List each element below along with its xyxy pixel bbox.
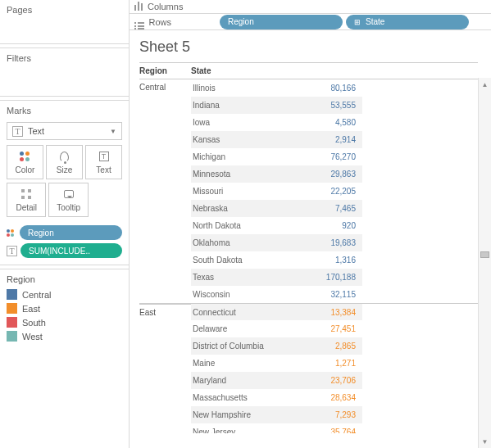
state-cell: South Dakota bbox=[191, 251, 311, 269]
region-pill-row[interactable]: Region bbox=[7, 225, 122, 240]
marks-title: Marks bbox=[3, 106, 125, 115]
vertical-scrollbar[interactable]: ▲ ▼ bbox=[478, 78, 491, 448]
region-cell bbox=[139, 406, 191, 423]
value-cell: 28,634 bbox=[311, 389, 362, 406]
region-cell bbox=[139, 97, 191, 114]
color-mark-button[interactable]: Color bbox=[7, 145, 43, 179]
region-cell: Central bbox=[139, 79, 191, 97]
value-cell: 2,914 bbox=[311, 131, 362, 148]
table-row[interactable]: Maryland23,706 bbox=[139, 372, 478, 389]
value-cell: 7,293 bbox=[311, 406, 362, 423]
table-row[interactable]: Indiana53,555 bbox=[139, 97, 478, 114]
region-cell bbox=[139, 251, 191, 269]
table-row[interactable]: Michigan76,270 bbox=[139, 148, 478, 165]
right-panel: Columns Rows Region⊞State Sheet 5 Region… bbox=[130, 0, 491, 448]
table-row[interactable]: Iowa4,580 bbox=[139, 114, 478, 131]
legend-title: Region bbox=[7, 274, 122, 284]
sum-pill-row[interactable]: T SUM(INCLUDE.. bbox=[7, 243, 122, 258]
region-cell bbox=[139, 337, 191, 355]
table-row[interactable]: Texas170,188 bbox=[139, 269, 478, 286]
table-row[interactable]: Minnesota29,863 bbox=[139, 165, 478, 183]
state-cell: New Jersey bbox=[191, 423, 311, 433]
value-cell: 2,865 bbox=[311, 337, 362, 355]
sheet-view: Sheet 5 Region State CentralIllinois80,1… bbox=[130, 30, 491, 448]
legend-item[interactable]: South bbox=[7, 315, 122, 329]
value-cell: 80,166 bbox=[311, 79, 362, 97]
region-cell bbox=[139, 183, 191, 200]
value-cell: 13,384 bbox=[311, 304, 362, 320]
pages-shelf[interactable]: Pages bbox=[0, 0, 129, 44]
table-row[interactable]: Nebraska7,465 bbox=[139, 200, 478, 217]
table-row[interactable]: Maine1,271 bbox=[139, 355, 478, 372]
scroll-thumb[interactable] bbox=[480, 251, 489, 258]
table-row[interactable]: EastConnecticut13,384 bbox=[139, 303, 478, 320]
region-cell bbox=[139, 355, 191, 372]
filters-title: Filters bbox=[7, 53, 122, 63]
region-cell bbox=[139, 165, 191, 183]
state-cell: New Hampshire bbox=[191, 406, 311, 423]
value-cell: 4,580 bbox=[311, 114, 362, 131]
table-row[interactable]: North Dakota920 bbox=[139, 217, 478, 234]
value-cell: 29,863 bbox=[311, 165, 362, 183]
mark-type-dropdown[interactable]: T Text ▼ bbox=[7, 122, 122, 140]
scroll-down-button[interactable]: ▼ bbox=[479, 435, 491, 448]
state-cell: Massachusetts bbox=[191, 389, 311, 406]
region-column-header[interactable]: Region bbox=[139, 66, 191, 75]
detail-mark-button[interactable]: Detail bbox=[7, 183, 46, 217]
tooltip-mark-button[interactable]: Tooltip bbox=[48, 183, 88, 217]
table-row[interactable]: Massachusetts28,634 bbox=[139, 389, 478, 406]
legend-swatch bbox=[7, 303, 17, 314]
table-row[interactable]: Wisconsin32,115 bbox=[139, 286, 478, 303]
rows-shelf[interactable]: Rows Region⊞State bbox=[130, 14, 491, 30]
value-cell: 27,451 bbox=[311, 320, 362, 337]
table-row[interactable]: South Dakota1,316 bbox=[139, 251, 478, 269]
table-row[interactable]: Delaware27,451 bbox=[139, 320, 478, 337]
table-row[interactable]: Missouri22,205 bbox=[139, 183, 478, 200]
columns-label: Columns bbox=[148, 2, 183, 11]
color-icon bbox=[7, 229, 16, 237]
value-cell: 1,316 bbox=[311, 251, 362, 269]
table-row[interactable]: District of Columbia2,865 bbox=[139, 337, 478, 355]
legend-item[interactable]: East bbox=[7, 301, 122, 315]
marks-card: Marks T Text ▼ Color Size bbox=[0, 100, 129, 265]
table-row[interactable]: CentralIllinois80,166 bbox=[139, 79, 478, 97]
state-cell: Delaware bbox=[191, 320, 311, 337]
columns-shelf[interactable]: Columns bbox=[130, 0, 491, 14]
legend-label: West bbox=[22, 332, 43, 342]
region-cell bbox=[139, 131, 191, 148]
table-row[interactable]: Oklahoma19,683 bbox=[139, 234, 478, 251]
table-row[interactable]: New Jersey35,764 bbox=[139, 423, 478, 433]
value-cell: 170,188 bbox=[311, 269, 362, 286]
state-column-header[interactable]: State bbox=[191, 66, 314, 75]
region-cell bbox=[139, 234, 191, 251]
legend-item[interactable]: Central bbox=[7, 287, 122, 301]
state-cell: Oklahoma bbox=[191, 234, 311, 251]
region-cell bbox=[139, 286, 191, 303]
legend-swatch bbox=[7, 317, 17, 328]
mark-type-label: Text bbox=[28, 126, 44, 136]
legend-item[interactable]: West bbox=[7, 329, 122, 343]
legend-label: East bbox=[22, 304, 40, 314]
shelf-pill-region[interactable]: Region bbox=[220, 15, 343, 29]
value-cell: 76,270 bbox=[311, 148, 362, 165]
state-cell: Connecticut bbox=[191, 304, 311, 320]
state-cell: Michigan bbox=[191, 148, 311, 165]
region-pill[interactable]: Region bbox=[20, 225, 122, 240]
tooltip-icon bbox=[64, 188, 74, 201]
region-cell bbox=[139, 200, 191, 217]
rows-icon bbox=[134, 14, 144, 29]
region-cell bbox=[139, 114, 191, 131]
filters-shelf[interactable]: Filters bbox=[0, 48, 129, 97]
scroll-up-button[interactable]: ▲ bbox=[479, 78, 491, 91]
shelf-pill-state[interactable]: ⊞State bbox=[346, 15, 469, 29]
size-mark-button[interactable]: Size bbox=[46, 145, 83, 179]
state-cell: Nebraska bbox=[191, 200, 311, 217]
table-row[interactable]: New Hampshire7,293 bbox=[139, 406, 478, 423]
color-icon bbox=[20, 150, 31, 163]
columns-icon bbox=[134, 1, 143, 13]
legend-label: South bbox=[22, 318, 46, 328]
table-row[interactable]: Kansas2,914 bbox=[139, 131, 478, 148]
text-mark-button[interactable]: T Text bbox=[85, 145, 122, 179]
sum-include-pill[interactable]: SUM(INCLUDE.. bbox=[20, 243, 122, 258]
region-cell bbox=[139, 423, 191, 433]
